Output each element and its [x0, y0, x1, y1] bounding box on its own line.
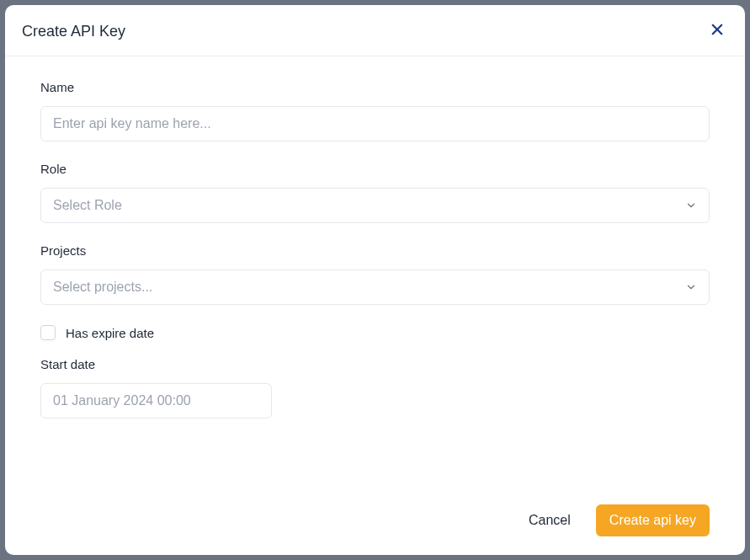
start-date-field-group: Start date 01 January 2024 00:00	[40, 357, 710, 419]
modal-body: Name Role Select Role Projects Select pr…	[5, 56, 745, 489]
modal-footer: Cancel Create api key	[5, 489, 745, 555]
close-button[interactable]	[706, 19, 728, 44]
role-label: Role	[40, 162, 710, 176]
chevron-down-icon	[685, 200, 697, 211]
projects-field-group: Projects Select projects...	[40, 243, 710, 305]
chevron-down-icon	[685, 281, 697, 293]
start-date-input[interactable]: 01 January 2024 00:00	[40, 383, 272, 419]
role-select-placeholder: Select Role	[53, 198, 122, 213]
role-field-group: Role Select Role	[40, 162, 710, 223]
role-select[interactable]: Select Role	[40, 188, 710, 223]
create-button[interactable]: Create api key	[596, 504, 710, 536]
name-input[interactable]	[40, 106, 710, 141]
cancel-button[interactable]: Cancel	[520, 506, 579, 535]
name-field-group: Name	[40, 80, 710, 141]
create-api-key-modal: Create API Key Name Role Select Role	[5, 5, 745, 555]
projects-select-placeholder: Select projects...	[53, 280, 152, 295]
expire-checkbox-row: Has expire date	[40, 325, 710, 340]
expire-checkbox-label: Has expire date	[66, 326, 154, 340]
modal-title: Create API Key	[22, 23, 125, 40]
expire-checkbox[interactable]	[40, 325, 56, 340]
projects-select[interactable]: Select projects...	[40, 269, 710, 305]
projects-label: Projects	[40, 243, 710, 258]
start-date-label: Start date	[40, 357, 710, 371]
name-label: Name	[40, 80, 710, 94]
modal-header: Create API Key	[5, 5, 745, 56]
close-icon	[710, 22, 725, 40]
